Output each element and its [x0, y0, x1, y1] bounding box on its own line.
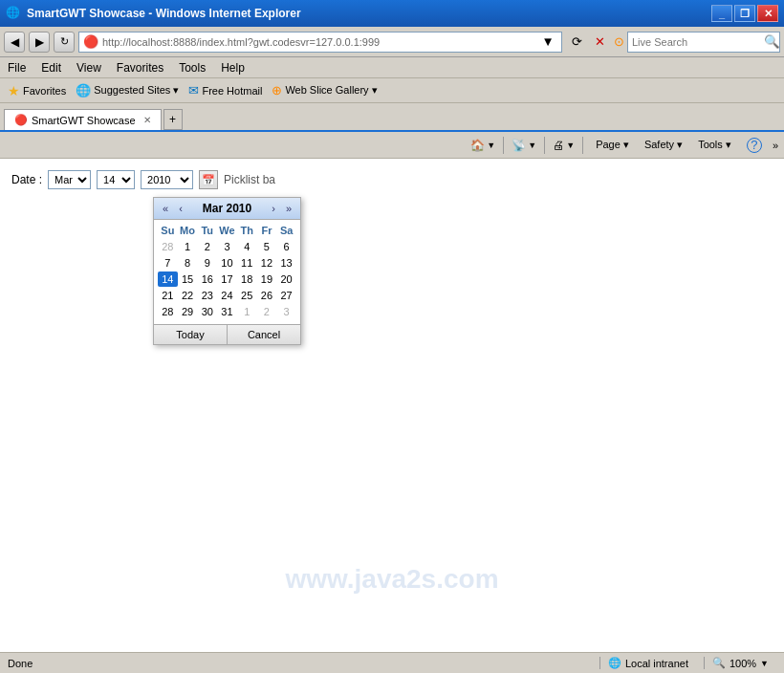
calendar-day[interactable]: 6: [276, 239, 296, 254]
calendar-day[interactable]: 25: [237, 288, 257, 303]
calendar-day[interactable]: 5: [257, 239, 277, 254]
calendar-day[interactable]: 16: [197, 271, 217, 287]
dow-sa: Sa: [276, 224, 296, 237]
calendar-day[interactable]: 20: [276, 271, 296, 287]
calendar-day[interactable]: 2: [197, 239, 217, 254]
refresh-button[interactable]: ↻: [54, 32, 75, 53]
help-icon: ?: [747, 138, 762, 153]
calendar-day[interactable]: 19: [257, 271, 277, 287]
calendar-day[interactable]: 31: [217, 304, 237, 319]
calendar-title: Mar 2010: [188, 202, 266, 215]
month-select[interactable]: Mar: [48, 170, 91, 189]
calendar-day[interactable]: 18: [237, 271, 257, 287]
home-icon: 🏠: [470, 139, 485, 152]
back-button[interactable]: ◀: [4, 32, 25, 53]
calendar-header: « ‹ Mar 2010 › »: [154, 198, 300, 220]
print-dropdown[interactable]: ▼: [566, 141, 575, 150]
prev-month-button[interactable]: ‹: [173, 201, 188, 216]
minimize-button[interactable]: _: [711, 5, 732, 22]
help-button[interactable]: ?: [742, 135, 767, 156]
calendar-day[interactable]: 24: [217, 288, 237, 303]
next-month-button[interactable]: ›: [266, 201, 281, 216]
day-select[interactable]: 14: [97, 170, 135, 189]
date-row: Date : Mar 14 2010 📅 Picklist ba: [11, 170, 773, 189]
menu-favorites[interactable]: Favorites: [117, 61, 163, 75]
calendar-day[interactable]: 11: [237, 255, 257, 271]
calendar-day[interactable]: 29: [178, 304, 198, 319]
calendar-day[interactable]: 1: [178, 239, 198, 254]
free-hotmail[interactable]: ✉ Free Hotmail: [188, 83, 262, 98]
calendar-day[interactable]: 9: [197, 255, 217, 271]
status-zone: 🌐 Local intranet: [599, 657, 696, 669]
calendar-day[interactable]: 30: [197, 304, 217, 319]
home-button[interactable]: 🏠 ▼: [470, 139, 495, 152]
calendar-day[interactable]: 2: [257, 304, 277, 319]
tools-button[interactable]: Tools ▾: [693, 136, 736, 154]
close-button[interactable]: ✕: [757, 5, 778, 22]
favorites-button[interactable]: ★ Favorites: [8, 83, 66, 98]
address-input[interactable]: [102, 36, 534, 48]
prev-year-button[interactable]: «: [158, 201, 173, 216]
menu-edit[interactable]: Edit: [41, 61, 61, 75]
new-tab-button[interactable]: +: [163, 109, 183, 130]
tools-label: Tools ▾: [698, 139, 731, 151]
calendar-day[interactable]: 27: [276, 288, 296, 303]
web-slice-gallery[interactable]: ⊕ Web Slice Gallery ▾: [272, 83, 377, 98]
home-dropdown[interactable]: ▼: [487, 141, 495, 150]
calendar-day[interactable]: 28: [158, 304, 178, 319]
toolbar-more[interactable]: »: [773, 140, 778, 151]
calendar-day[interactable]: 14: [158, 271, 178, 287]
forward-button[interactable]: ▶: [29, 32, 50, 53]
calendar-day[interactable]: 3: [276, 304, 296, 319]
calendar-day[interactable]: 8: [178, 255, 198, 271]
safety-button[interactable]: Safety ▾: [640, 136, 687, 154]
calendar-popup: « ‹ Mar 2010 › » Su Mo Tu We Th Fr Sa 28…: [153, 197, 301, 345]
cancel-button[interactable]: Cancel: [228, 325, 300, 344]
restore-button[interactable]: ❐: [734, 5, 755, 22]
next-year-button[interactable]: »: [281, 201, 296, 216]
search-button[interactable]: 🔍: [764, 34, 780, 49]
calendar-trigger[interactable]: 📅: [199, 170, 218, 189]
suggested-sites[interactable]: 🌐 Suggested Sites ▾: [76, 83, 179, 98]
calendar-day[interactable]: 1: [237, 304, 257, 319]
menu-help[interactable]: Help: [221, 61, 245, 75]
calendar-day[interactable]: 10: [217, 255, 237, 271]
zoom-dropdown[interactable]: ▼: [760, 659, 769, 668]
hotmail-icon: ✉: [188, 83, 199, 98]
calendar-day[interactable]: 23: [197, 288, 217, 303]
calendar-footer: Today Cancel: [154, 324, 300, 344]
calendar-day[interactable]: 26: [257, 288, 277, 303]
year-select[interactable]: 2010: [141, 170, 193, 189]
print-button[interactable]: 🖨 ▼: [553, 139, 575, 152]
dow-mo: Mo: [178, 224, 198, 237]
refresh-icon[interactable]: ⟳: [566, 32, 587, 53]
feeds-button[interactable]: 📡 ▼: [512, 139, 536, 152]
dow-row: Su Mo Tu We Th Fr Sa: [158, 224, 296, 237]
toolbar-sep-1: [503, 137, 504, 154]
print-icon: 🖨: [553, 139, 564, 152]
calendar-day[interactable]: 22: [178, 288, 198, 303]
calendar-day[interactable]: 15: [178, 271, 198, 287]
address-go-button[interactable]: ▼: [538, 33, 557, 52]
calendar-day[interactable]: 13: [276, 255, 296, 271]
calendar-day[interactable]: 3: [217, 239, 237, 254]
today-button[interactable]: Today: [154, 325, 228, 344]
zoom-label: 100%: [730, 658, 756, 669]
calendar-day[interactable]: 28: [158, 239, 178, 254]
stop-icon[interactable]: ✕: [589, 32, 610, 53]
menu-view[interactable]: View: [76, 61, 101, 75]
dow-su: Su: [158, 224, 178, 237]
calendar-day[interactable]: 12: [257, 255, 277, 271]
calendar-day[interactable]: 21: [158, 288, 178, 303]
tab-showcase[interactable]: 🔴 SmartGWT Showcase ✕: [4, 109, 162, 130]
calendar-day[interactable]: 7: [158, 255, 178, 271]
menu-file[interactable]: File: [8, 61, 26, 75]
page-button[interactable]: Page ▾: [591, 136, 634, 154]
feeds-dropdown[interactable]: ▼: [528, 141, 536, 150]
calendar-day[interactable]: 4: [237, 239, 257, 254]
search-input[interactable]: [632, 36, 764, 48]
calendar-week-row: 21222324252627: [158, 288, 296, 303]
tab-close-icon[interactable]: ✕: [143, 115, 151, 125]
menu-tools[interactable]: Tools: [179, 61, 206, 75]
calendar-day[interactable]: 17: [217, 271, 237, 287]
